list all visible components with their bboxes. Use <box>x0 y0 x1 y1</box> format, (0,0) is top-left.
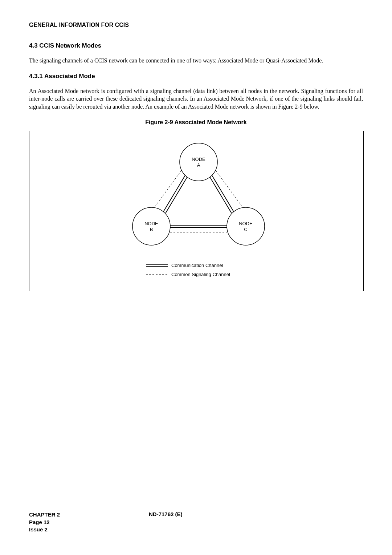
figure-title: Figure 2-9 Associated Mode Network <box>29 119 363 126</box>
section-4-3-heading: 4.3 CCIS Network Modes <box>29 42 363 49</box>
comm-channel-a-c-2 <box>210 177 232 213</box>
node-c-circle <box>227 207 265 245</box>
comm-channel-a-b-2 <box>166 177 187 213</box>
node-a-label-1: NODE <box>192 157 205 162</box>
footer-issue: Issue 2 <box>29 526 60 533</box>
legend-comm-label: Communication Channel <box>171 263 223 268</box>
footer-page: Page 12 <box>29 519 60 526</box>
legend-signal-label: Common Signaling Channel <box>171 272 230 277</box>
node-b-circle <box>132 207 170 245</box>
node-b-label-2: B <box>150 227 153 232</box>
footer-doc-id: ND-71762 (E) <box>149 511 183 517</box>
page-header: GENERAL INFORMATION FOR CCIS <box>29 22 363 28</box>
signal-channel-a-b <box>154 170 181 208</box>
comm-channel-a-c-1 <box>212 175 234 212</box>
section-4-3-paragraph: The signaling channels of a CCIS network… <box>29 57 363 65</box>
section-4-3-1-heading: 4.3.1 Associated Mode <box>29 73 363 80</box>
node-c-label-2: C <box>244 227 247 232</box>
page-footer: CHAPTER 2 Page 12 Issue 2 ND-71762 (E) <box>29 511 363 533</box>
node-c-label-1: NODE <box>239 221 253 226</box>
node-b-label-1: NODE <box>144 221 158 226</box>
node-a-circle <box>180 143 217 181</box>
comm-channel-a-b-1 <box>163 175 185 212</box>
section-4-3-1-paragraph: An Associated Mode network is configured… <box>29 87 363 111</box>
figure-diagram: NODE A NODE B NODE C <box>29 131 364 291</box>
node-a-label-2: A <box>197 162 200 168</box>
footer-chapter: CHAPTER 2 <box>29 511 60 518</box>
signal-channel-a-c <box>216 170 243 208</box>
